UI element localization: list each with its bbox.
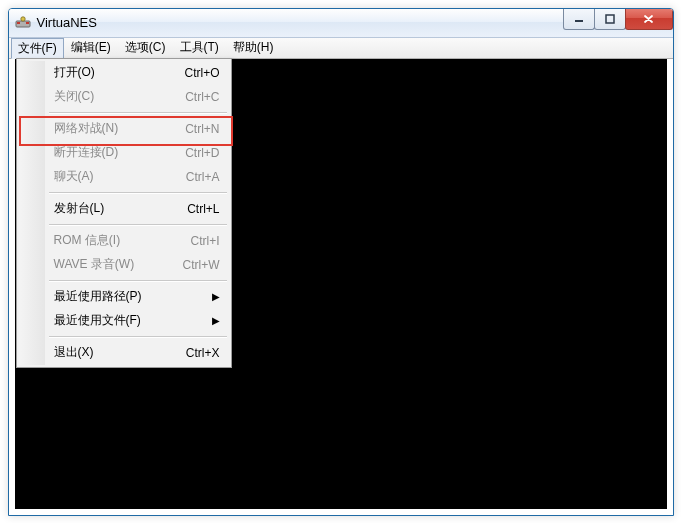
menu-item-shortcut: Ctrl+L [187,202,219,216]
minimize-button[interactable] [563,9,595,30]
app-icon [15,15,31,31]
menu-0[interactable]: 文件(F) [11,38,64,59]
menu-item-label: WAVE 录音(W) [54,256,171,273]
menu-label: 工具(T) [180,39,219,56]
menu-item-label: 断开连接(D) [54,144,174,161]
menu-item-13[interactable]: 最近使用文件(F)▶ [19,309,229,333]
menu-item-shortcut: Ctrl+A [186,170,220,184]
maximize-button[interactable] [594,9,626,30]
app-window: VirtuaNES 文件(F)编辑(E)选项(C)工具(T)帮助(H) [8,8,674,516]
menu-item-label: 最近使用文件(F) [54,312,200,329]
menu-label: 文件(F) [18,40,57,57]
menubar: 文件(F)编辑(E)选项(C)工具(T)帮助(H) [9,38,673,59]
menu-item-9[interactable]: ROM 信息(I)Ctrl+I [19,229,229,253]
menu-item-5[interactable]: 聊天(A)Ctrl+A [19,165,229,189]
menu-item-label: 网络对战(N) [54,120,174,137]
window-buttons [564,9,673,29]
svg-rect-4 [575,20,583,22]
file-menu-dropdown: 打开(O)Ctrl+O关闭(C)Ctrl+C网络对战(N)Ctrl+N断开连接(… [16,58,232,368]
menu-item-shortcut: Ctrl+X [186,346,220,360]
minimize-icon [574,14,584,24]
menu-item-label: 打开(O) [54,64,173,81]
menu-label: 编辑(E) [71,39,111,56]
maximize-icon [605,14,615,24]
menu-separator [49,224,227,226]
menu-item-0[interactable]: 打开(O)Ctrl+O [19,61,229,85]
menu-item-label: 发射台(L) [54,200,176,217]
menu-separator [49,112,227,114]
menu-item-shortcut: Ctrl+N [185,122,219,136]
window-title: VirtuaNES [37,15,97,30]
menu-item-1[interactable]: 关闭(C)Ctrl+C [19,85,229,109]
svg-rect-5 [606,15,614,23]
menu-separator [49,336,227,338]
menu-item-shortcut: Ctrl+D [185,146,219,160]
menu-item-shortcut: Ctrl+I [190,234,219,248]
menu-item-label: 退出(X) [54,344,174,361]
menu-item-label: 聊天(A) [54,168,174,185]
menu-item-12[interactable]: 最近使用路径(P)▶ [19,285,229,309]
menu-item-3[interactable]: 网络对战(N)Ctrl+N [19,117,229,141]
menu-separator [49,192,227,194]
menu-item-shortcut: Ctrl+C [185,90,219,104]
menu-item-4[interactable]: 断开连接(D)Ctrl+D [19,141,229,165]
menu-label: 选项(C) [125,39,166,56]
menu-label: 帮助(H) [233,39,274,56]
menu-item-10[interactable]: WAVE 录音(W)Ctrl+W [19,253,229,277]
menu-1[interactable]: 编辑(E) [64,38,118,58]
submenu-arrow-icon: ▶ [212,292,220,302]
submenu-arrow-icon: ▶ [212,316,220,326]
menu-item-shortcut: Ctrl+O [184,66,219,80]
close-icon [643,14,654,24]
menu-separator [49,280,227,282]
menu-item-7[interactable]: 发射台(L)Ctrl+L [19,197,229,221]
svg-rect-2 [26,22,29,24]
menu-4[interactable]: 帮助(H) [226,38,281,58]
menu-item-label: ROM 信息(I) [54,232,179,249]
menu-2[interactable]: 选项(C) [118,38,173,58]
titlebar[interactable]: VirtuaNES [9,9,673,38]
menu-item-label: 关闭(C) [54,88,174,105]
close-button[interactable] [625,9,673,30]
svg-rect-1 [17,22,20,24]
svg-point-3 [20,16,24,20]
menu-item-shortcut: Ctrl+W [183,258,220,272]
menu-item-label: 最近使用路径(P) [54,288,200,305]
menu-item-15[interactable]: 退出(X)Ctrl+X [19,341,229,365]
menu-3[interactable]: 工具(T) [173,38,226,58]
